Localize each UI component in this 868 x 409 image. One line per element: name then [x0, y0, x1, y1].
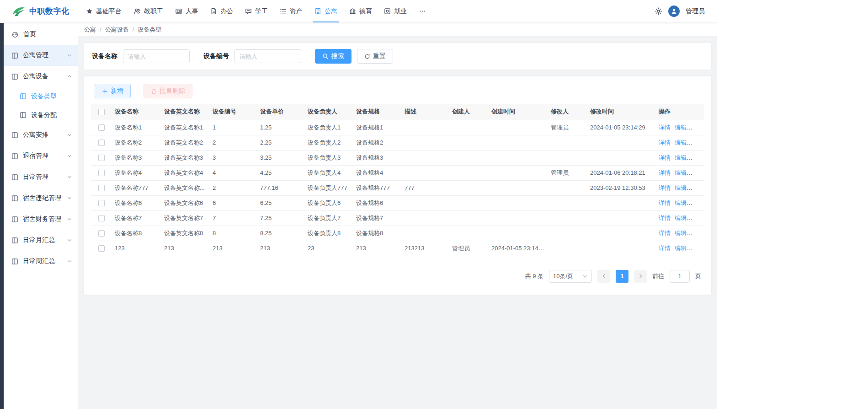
row-checkbox[interactable]	[98, 124, 105, 131]
topnav-item[interactable]: 学工	[239, 0, 274, 22]
row-checkbox[interactable]	[98, 155, 105, 161]
chevron-down-icon	[67, 195, 72, 201]
row-checkbox[interactable]	[98, 245, 105, 252]
detail-link[interactable]: 详情	[659, 169, 671, 176]
edit-link[interactable]: 编辑	[675, 169, 687, 176]
batch-delete-button[interactable]: 批量删除	[144, 84, 192, 98]
topnav-item[interactable]: 办公	[204, 0, 239, 22]
cell-actions: 详情编辑删除	[656, 210, 704, 226]
cell-spec: 设备规格7	[353, 210, 402, 226]
sidebar-item[interactable]: 公寓管理	[4, 45, 78, 66]
menu-grid-icon	[11, 153, 18, 160]
row-checkbox[interactable]	[98, 200, 105, 206]
topnav-more[interactable]	[413, 0, 432, 22]
row-checkbox[interactable]	[98, 170, 105, 176]
sidebar-item[interactable]: 公寓安排	[4, 124, 78, 145]
edit-link[interactable]: 编辑	[675, 124, 687, 131]
cell-modify_time	[587, 241, 656, 256]
sidebar-item[interactable]: 日常周汇总	[4, 251, 78, 272]
sidebar-wrap: 首页公寓管理公寓设备设备类型设备分配公寓安排退宿管理日常管理宿舍违纪管理宿舍财务…	[0, 23, 78, 409]
topnav-item[interactable]: 资产	[274, 0, 309, 22]
device-name-input[interactable]	[123, 49, 190, 63]
topnav-item[interactable]: 公寓	[309, 0, 343, 22]
select-all-checkbox[interactable]	[98, 109, 105, 115]
detail-link[interactable]: 详情	[659, 139, 671, 146]
cell-create_time	[489, 180, 548, 195]
row-checkbox[interactable]	[98, 215, 105, 221]
sidebar-subitem[interactable]: 设备类型	[4, 87, 78, 106]
topnav-item[interactable]: 就业	[378, 0, 413, 22]
topnav-item[interactable]: 德育	[343, 0, 378, 22]
sidebar-item[interactable]: 首页	[4, 24, 78, 45]
breadcrumb: 公寓/公寓设备/设备类型	[78, 23, 717, 37]
username[interactable]: 管理员	[686, 7, 705, 16]
cell-name: 设备名称1	[112, 120, 161, 135]
detail-link[interactable]: 详情	[659, 184, 671, 191]
edit-link[interactable]: 编辑	[675, 215, 687, 221]
goto-page-input[interactable]	[670, 270, 690, 283]
gear-icon[interactable]	[655, 7, 662, 15]
cell-name: 设备名称7	[112, 210, 161, 226]
sidebar-item-label: 日常月汇总	[23, 236, 55, 244]
column-header: 设备编号	[210, 104, 257, 120]
topnav-item[interactable]: 教职工	[128, 0, 169, 22]
sidebar-item[interactable]: 宿舍违纪管理	[4, 188, 78, 209]
row-checkbox[interactable]	[98, 140, 105, 146]
topnav-item[interactable]: 人事	[169, 0, 204, 22]
add-button[interactable]: 新增	[95, 84, 131, 98]
sidebar-item[interactable]: 日常管理	[4, 167, 78, 188]
page-1-button[interactable]: 1	[616, 270, 628, 283]
cell-code: 7	[210, 210, 257, 226]
detail-link[interactable]: 详情	[659, 230, 671, 237]
reset-button[interactable]: 重置	[357, 49, 393, 64]
detail-link[interactable]: 详情	[659, 215, 671, 221]
cell-creator	[449, 180, 489, 195]
sidebar-item[interactable]: 日常月汇总	[4, 230, 78, 251]
cell-spec: 设备规格6	[353, 195, 402, 210]
cell-desc	[402, 150, 449, 165]
search-button[interactable]: 搜索	[315, 49, 351, 64]
page-size-select[interactable]: 10条/页	[549, 270, 592, 283]
list-icon	[280, 8, 287, 15]
cell-modifier: 管理员	[548, 165, 587, 180]
brand[interactable]: 中职数字化	[0, 0, 78, 22]
sidebar-item[interactable]: 公寓设备	[4, 66, 78, 87]
cell-actions: 详情编辑删除	[656, 180, 704, 195]
breadcrumb-item[interactable]: 公寓	[84, 26, 96, 34]
cell-spec: 设备规格2	[353, 135, 402, 150]
cell-modifier	[548, 210, 587, 226]
topnav-item[interactable]: 基础平台	[80, 0, 128, 22]
edit-link[interactable]: 编辑	[675, 245, 687, 252]
detail-link[interactable]: 详情	[659, 154, 671, 161]
detail-link[interactable]: 详情	[659, 124, 671, 131]
sidebar-item-label: 日常周汇总	[23, 257, 55, 265]
cell-name: 123	[112, 241, 161, 256]
sidebar-subitem[interactable]: 设备分配	[4, 106, 78, 124]
sidebar-subitem-label: 设备分配	[31, 111, 57, 119]
breadcrumb-item[interactable]: 公寓设备	[105, 26, 129, 34]
cell-modify_time: 2024-01-05 23:14:29	[587, 120, 656, 135]
avatar[interactable]	[668, 5, 680, 17]
column-header: 设备英文名称	[161, 104, 210, 120]
cell-spec: 设备规格3	[353, 150, 402, 165]
edit-link[interactable]: 编辑	[675, 154, 687, 161]
device-code-input[interactable]	[234, 49, 301, 63]
sidebar-item[interactable]: 退宿管理	[4, 145, 78, 167]
next-page-button[interactable]	[634, 270, 647, 283]
prev-page-button[interactable]	[597, 270, 610, 283]
edit-link[interactable]: 编辑	[675, 199, 687, 206]
edit-link[interactable]: 编辑	[675, 184, 687, 191]
detail-link[interactable]: 详情	[659, 245, 671, 252]
edit-link[interactable]: 编辑	[675, 139, 687, 146]
cell-code: 2	[210, 180, 257, 195]
bank-icon	[349, 8, 356, 15]
chevron-down-icon	[67, 237, 72, 243]
table-row: 设备名称8设备英文名称888.25设备负责人8设备规格8详情编辑删除	[91, 226, 704, 241]
user-avatar-icon	[671, 8, 677, 15]
row-checkbox[interactable]	[98, 185, 105, 191]
edit-link[interactable]: 编辑	[675, 230, 687, 237]
detail-link[interactable]: 详情	[659, 199, 671, 206]
row-checkbox[interactable]	[98, 230, 105, 237]
building-icon	[314, 8, 321, 15]
sidebar-item[interactable]: 宿舍财务管理	[4, 209, 78, 230]
